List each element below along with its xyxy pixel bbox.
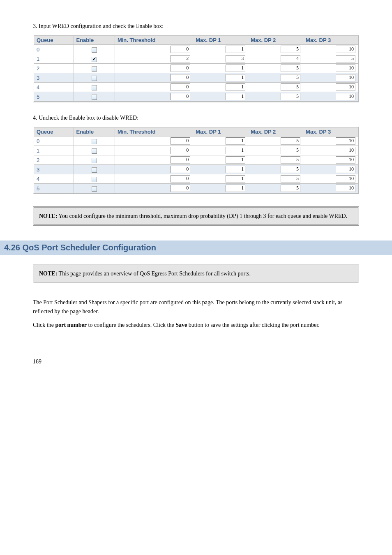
dp1-input[interactable]: 1 <box>226 156 245 164</box>
min-cell: 0 <box>115 64 193 73</box>
enable-checkbox[interactable] <box>92 66 97 72</box>
min-input[interactable]: 0 <box>171 93 190 100</box>
dp2-input[interactable]: 4 <box>281 55 300 62</box>
queue-cell: 2 <box>34 64 74 73</box>
dp1-input[interactable]: 1 <box>226 137 245 145</box>
dp1-cell: 1 <box>193 73 248 83</box>
dp3-input[interactable]: 10 <box>336 147 355 154</box>
min-cell: 0 <box>115 184 193 193</box>
table1-intro: 3. Input WRED configuration and check th… <box>33 23 359 30</box>
dp2-input[interactable]: 5 <box>281 65 300 72</box>
min-input[interactable]: 0 <box>171 175 190 183</box>
dp3-input[interactable]: 5 <box>336 55 355 62</box>
dp3-input[interactable]: 10 <box>336 175 355 183</box>
dp2-input[interactable]: 5 <box>281 156 300 164</box>
dp3-cell: 10 <box>303 136 358 146</box>
min-input[interactable]: 0 <box>171 65 190 72</box>
dp2-cell: 5 <box>248 155 303 165</box>
th-dp1: Max. DP 1 <box>193 127 248 136</box>
min-cell: 0 <box>115 136 193 146</box>
min-input[interactable]: 0 <box>171 185 190 192</box>
dp3-cell: 10 <box>303 45 358 54</box>
dp2-cell: 5 <box>248 92 303 102</box>
table-row: 201510 <box>34 155 358 165</box>
dp1-cell: 1 <box>193 165 248 174</box>
dp2-input[interactable]: 5 <box>281 74 300 81</box>
dp1-input[interactable]: 1 <box>226 65 245 72</box>
min-input[interactable]: 0 <box>171 147 190 154</box>
enable-checkbox[interactable] <box>92 158 97 163</box>
dp3-input[interactable]: 10 <box>336 166 355 173</box>
enable-checkbox[interactable] <box>92 47 97 53</box>
enable-checkbox[interactable] <box>92 139 97 144</box>
dp2-input[interactable]: 5 <box>281 185 300 192</box>
table-row: 401510 <box>34 174 358 184</box>
th-enable: Enable <box>74 127 115 136</box>
min-input[interactable]: 2 <box>171 55 190 62</box>
dp1-input[interactable]: 1 <box>226 83 245 91</box>
table-row: 001510 <box>34 136 358 146</box>
dp3-input[interactable]: 10 <box>336 93 355 100</box>
table-row: 001510 <box>34 45 358 54</box>
min-input[interactable]: 0 <box>171 74 190 81</box>
min-cell: 0 <box>115 165 193 174</box>
th-dp1: Max. DP 1 <box>193 36 248 45</box>
dp3-input[interactable]: 10 <box>336 46 355 53</box>
min-input[interactable]: 0 <box>171 46 190 53</box>
dp1-input[interactable]: 1 <box>226 185 245 192</box>
min-cell: 2 <box>115 54 193 64</box>
dp1-input[interactable]: 1 <box>226 93 245 100</box>
save-label: Save <box>175 322 187 328</box>
dp3-input[interactable]: 10 <box>336 83 355 91</box>
dp2-input[interactable]: 5 <box>281 83 300 91</box>
min-input[interactable]: 0 <box>171 137 190 145</box>
dp2-input[interactable]: 5 <box>281 166 300 173</box>
dp3-cell: 10 <box>303 64 358 73</box>
table-row: 12345 <box>34 54 358 64</box>
queue-cell: 0 <box>34 136 74 146</box>
enable-checkbox[interactable] <box>92 76 97 81</box>
dp2-input[interactable]: 5 <box>281 93 300 100</box>
min-input[interactable]: 0 <box>171 166 190 173</box>
dp3-input[interactable]: 10 <box>336 137 355 145</box>
enable-cell <box>74 184 115 193</box>
enable-checkbox[interactable] <box>92 95 97 100</box>
table-row: 101510 <box>34 146 358 155</box>
dp1-input[interactable]: 1 <box>226 175 245 183</box>
enable-checkbox[interactable] <box>92 57 97 62</box>
dp1-input[interactable]: 1 <box>226 166 245 173</box>
dp3-input[interactable]: 10 <box>336 65 355 72</box>
dp1-input[interactable]: 1 <box>226 147 245 154</box>
dp3-cell: 10 <box>303 165 358 174</box>
dp2-cell: 5 <box>248 184 303 193</box>
enable-checkbox[interactable] <box>92 148 97 154</box>
dp1-cell: 1 <box>193 45 248 54</box>
th-queue: Queue <box>34 127 74 136</box>
dp3-input[interactable]: 10 <box>336 156 355 164</box>
note-label: NOTE: <box>39 271 57 277</box>
enable-checkbox[interactable] <box>92 167 97 173</box>
dp2-input[interactable]: 5 <box>281 137 300 145</box>
dp1-cell: 1 <box>193 83 248 92</box>
table-row: 501510 <box>34 184 358 193</box>
min-input[interactable]: 0 <box>171 83 190 91</box>
queue-cell: 4 <box>34 83 74 92</box>
dp2-input[interactable]: 5 <box>281 147 300 154</box>
dp3-input[interactable]: 10 <box>336 74 355 81</box>
dp1-input[interactable]: 3 <box>226 55 245 62</box>
table-row: 301510 <box>34 165 358 174</box>
dp3-input[interactable]: 10 <box>336 185 355 192</box>
body-paragraph-1: The Port Scheduler and Shapers for a spe… <box>33 298 359 316</box>
wred-table-2: Queue Enable Min. Threshold Max. DP 1 Ma… <box>33 126 359 194</box>
enable-checkbox[interactable] <box>92 85 97 90</box>
step-4-caption: 4. Uncheck the Enable box to disable WRE… <box>33 115 359 121</box>
dp2-input[interactable]: 5 <box>281 175 300 183</box>
dp1-input[interactable]: 1 <box>226 46 245 53</box>
dp1-input[interactable]: 1 <box>226 74 245 81</box>
dp2-input[interactable]: 5 <box>281 46 300 53</box>
enable-checkbox[interactable] <box>92 186 97 192</box>
enable-checkbox[interactable] <box>92 177 97 182</box>
min-cell: 0 <box>115 146 193 155</box>
dp2-cell: 5 <box>248 136 303 146</box>
min-input[interactable]: 0 <box>171 156 190 164</box>
